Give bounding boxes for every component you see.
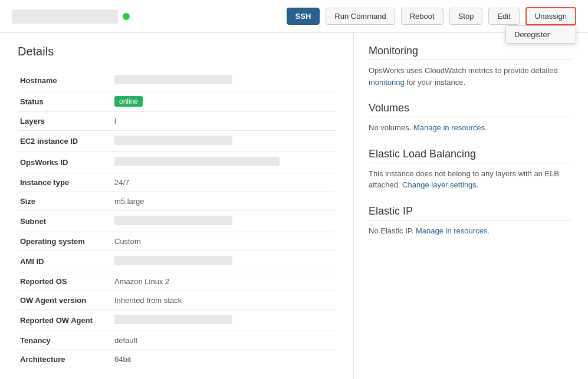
- right-section-text-0: OpsWorks uses CloudWatch metrics to prov…: [369, 65, 573, 88]
- edit-button[interactable]: Edit: [488, 8, 519, 25]
- table-row: Reported OW Agent: [18, 310, 336, 331]
- unassign-dropdown-group: Unassign Deregister: [525, 7, 576, 25]
- right-section-2: Elastic Load BalancingThis instance does…: [369, 148, 573, 191]
- unassign-button[interactable]: Unassign: [525, 7, 576, 25]
- right-section-title-2: Elastic Load Balancing: [369, 148, 573, 163]
- table-row: Hostname: [18, 70, 336, 91]
- placeholder-bar: [114, 136, 232, 145]
- placeholder-bar: [114, 75, 232, 84]
- table-row: Instance type24/7: [18, 173, 336, 192]
- detail-value: default: [112, 331, 336, 350]
- detail-label: OpsWorks ID: [18, 152, 112, 173]
- top-bar: SSH Run Command Reboot Stop Edit Unassig…: [0, 0, 588, 33]
- instance-name-block: [12, 9, 130, 24]
- table-row: OW Agent versionInherited from stack: [18, 291, 336, 310]
- table-row: Sizem5.large: [18, 192, 336, 211]
- reboot-button[interactable]: Reboot: [401, 8, 444, 25]
- table-row: Statusonline: [18, 91, 336, 112]
- right-section-3: Elastic IPNo Elastic IP. Manage in resou…: [369, 205, 573, 237]
- detail-value: online: [112, 91, 336, 112]
- right-section-title-1: Volumes: [369, 102, 573, 117]
- detail-value: [112, 211, 336, 232]
- right-section-0: MonitoringOpsWorks uses CloudWatch metri…: [369, 45, 573, 88]
- placeholder-bar: [114, 157, 280, 166]
- details-table: HostnameStatusonlineLayerslEC2 instance …: [18, 70, 336, 368]
- detail-value: Custom: [112, 232, 336, 251]
- right-panel: MonitoringOpsWorks uses CloudWatch metri…: [354, 33, 588, 379]
- right-section-link-1[interactable]: Manage in resources.: [413, 123, 487, 132]
- detail-label: Status: [18, 91, 112, 112]
- right-section-text-3: No Elastic IP. Manage in resources.: [369, 225, 573, 237]
- placeholder-bar: [114, 216, 232, 225]
- table-row: Tenancydefault: [18, 331, 336, 350]
- detail-label: Architecture: [18, 350, 112, 369]
- status-badge: online: [114, 96, 143, 107]
- detail-value: [112, 251, 336, 272]
- detail-label: AMI ID: [18, 251, 112, 272]
- detail-label: EC2 instance ID: [18, 131, 112, 152]
- detail-label: Layers: [18, 112, 112, 131]
- table-row: OpsWorks ID: [18, 152, 336, 173]
- detail-label: Reported OW Agent: [18, 310, 112, 331]
- status-dot-green: [123, 13, 130, 20]
- detail-value: 24/7: [112, 173, 336, 192]
- detail-value: [112, 70, 336, 91]
- instance-name-placeholder: [12, 9, 118, 24]
- right-section-title-0: Monitoring: [369, 45, 573, 60]
- table-row: Operating systemCustom: [18, 232, 336, 251]
- detail-value: Amazon Linux 2: [112, 272, 336, 291]
- detail-value: [112, 152, 336, 173]
- right-section-title-3: Elastic IP: [369, 205, 573, 220]
- detail-value: [112, 131, 336, 152]
- stop-button[interactable]: Stop: [449, 8, 483, 25]
- detail-label: Hostname: [18, 70, 112, 91]
- placeholder-bar: [114, 256, 232, 265]
- dropdown-menu: Deregister: [505, 25, 576, 44]
- right-section-text-2: This instance does not belong to any lay…: [369, 168, 573, 191]
- detail-label: Instance type: [18, 173, 112, 192]
- detail-label: OW Agent version: [18, 291, 112, 310]
- page-wrapper: SSH Run Command Reboot Stop Edit Unassig…: [0, 0, 588, 379]
- placeholder-bar: [114, 315, 232, 324]
- detail-label: Size: [18, 192, 112, 211]
- detail-value: [112, 310, 336, 331]
- deregister-menu-item[interactable]: Deregister: [506, 26, 576, 43]
- table-row: AMI ID: [18, 251, 336, 272]
- right-section-1: VolumesNo volumes. Manage in resources.: [369, 102, 573, 134]
- detail-value: 64bit: [112, 350, 336, 369]
- right-section-link-0[interactable]: monitoring: [369, 78, 405, 87]
- right-section-link-2[interactable]: Change layer settings.: [402, 180, 478, 189]
- right-section-text-1: No volumes. Manage in resources.: [369, 122, 573, 134]
- detail-value: Inherited from stack: [112, 291, 336, 310]
- right-section-link-3[interactable]: Manage in resources.: [416, 226, 490, 235]
- ssh-button[interactable]: SSH: [287, 8, 320, 25]
- details-section-title: Details: [18, 45, 336, 58]
- detail-value: m5.large: [112, 192, 336, 211]
- detail-value[interactable]: l: [112, 112, 336, 131]
- detail-label: Reported OS: [18, 272, 112, 291]
- left-panel: Details HostnameStatusonlineLayerslEC2 i…: [0, 33, 354, 379]
- main-content: Details HostnameStatusonlineLayerslEC2 i…: [0, 33, 588, 379]
- detail-label: Tenancy: [18, 331, 112, 350]
- detail-label: Operating system: [18, 232, 112, 251]
- table-row: Subnet: [18, 211, 336, 232]
- table-row: Architecture64bit: [18, 350, 336, 369]
- table-row: EC2 instance ID: [18, 131, 336, 152]
- detail-label: Subnet: [18, 211, 112, 232]
- run-command-button[interactable]: Run Command: [326, 8, 395, 25]
- layer-link[interactable]: l: [114, 117, 116, 126]
- table-row: Layersl: [18, 112, 336, 131]
- table-row: Reported OSAmazon Linux 2: [18, 272, 336, 291]
